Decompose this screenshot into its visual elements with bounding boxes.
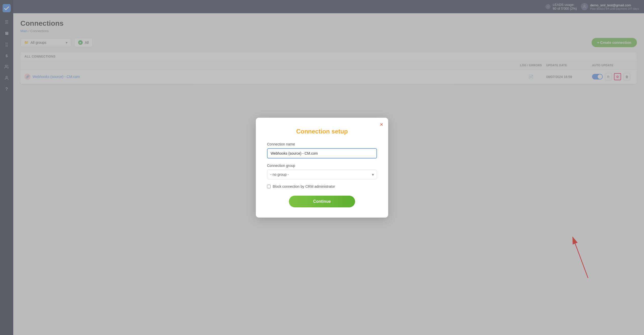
connection-name-group: Connection name — [267, 142, 377, 158]
block-connection-checkbox[interactable] — [267, 185, 271, 188]
connection-group-select-wrapper: - no group - — [267, 170, 377, 179]
connection-name-label: Connection name — [267, 142, 377, 146]
modal-close-button[interactable]: × — [380, 122, 383, 127]
block-connection-row: Block connection by CRM administrator — [267, 184, 377, 189]
connection-group-group: Connection group - no group - — [267, 164, 377, 179]
continue-button[interactable]: Continue — [289, 196, 355, 207]
modal-title: Connection setup — [267, 128, 377, 135]
connection-name-input[interactable] — [267, 148, 377, 158]
connection-group-select[interactable]: - no group - — [267, 170, 377, 179]
connection-setup-modal: × Connection setup Connection name Conne… — [256, 118, 388, 218]
modal-overlay: × Connection setup Connection name Conne… — [0, 0, 644, 335]
connection-group-label: Connection group — [267, 164, 377, 168]
block-connection-label: Block connection by CRM administrator — [273, 184, 335, 189]
